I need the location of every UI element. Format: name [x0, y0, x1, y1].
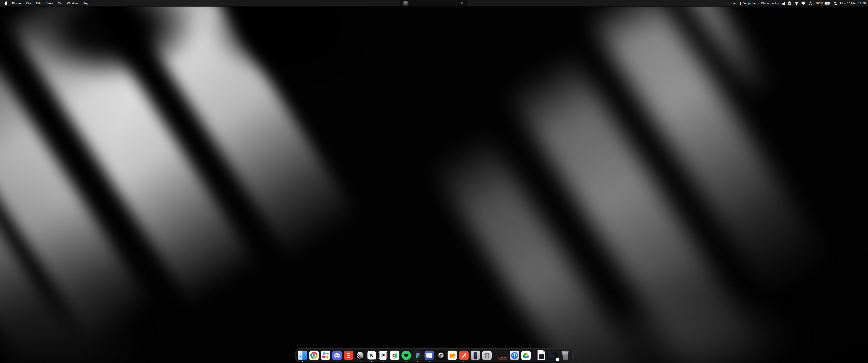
desktop-wallpaper [0, 0, 868, 363]
dock-figma[interactable] [413, 351, 423, 360]
running-indicator [313, 361, 314, 362]
drive-triangle-icon [521, 351, 531, 360]
finder-icon [298, 351, 307, 360]
todoist-icon [344, 351, 353, 360]
running-indicator [406, 361, 407, 362]
control-center-icon[interactable] [833, 2, 837, 5]
dock-screen-studio[interactable] [425, 351, 434, 360]
dock-discord[interactable] [332, 351, 342, 360]
notion-calendar-icon: 10 [378, 351, 388, 360]
granola-menubar-icon[interactable]: g [782, 2, 784, 5]
menubar-clock[interactable]: Mon 10 Mar 17:58 [840, 2, 866, 5]
grip-dots-icon[interactable] [461, 2, 464, 4]
wallpaper-vignette [0, 0, 868, 363]
dock-ivory[interactable] [447, 351, 457, 360]
dock-granola[interactable]: g [390, 351, 399, 360]
battery-status[interactable]: 100% [815, 2, 831, 5]
menu-go[interactable]: Go [56, 0, 64, 6]
dock-trash[interactable] [560, 350, 570, 360]
running-indicator [337, 361, 338, 362]
flying-figure-icon [459, 351, 469, 360]
granola-icon: g [390, 351, 399, 360]
stack-badge: 11 [556, 358, 559, 361]
dock: N 10 g [296, 348, 572, 362]
spotify-icon [401, 351, 411, 360]
document-icon [537, 350, 545, 360]
dock-slack[interactable] [321, 351, 330, 360]
running-indicator [463, 361, 464, 362]
mammoth-icon [447, 351, 457, 360]
dock-system-settings[interactable]: ⚙ [482, 351, 492, 360]
raycast-icon: ✦ raycast [498, 351, 508, 360]
running-indicator [383, 361, 383, 362]
dock-chrome[interactable] [309, 351, 319, 360]
trash-icon [561, 350, 569, 360]
menu-help[interactable]: Help [81, 0, 91, 6]
running-indicator [429, 361, 430, 362]
battery-charging-icon [825, 2, 831, 5]
slack-icon [321, 351, 330, 360]
cube-3d-icon [436, 351, 445, 360]
running-indicator [360, 361, 361, 362]
dock-notion-calendar[interactable]: 10 [378, 351, 388, 360]
dock-spotify[interactable] [401, 351, 411, 360]
menu-bar: Finder File Edit View Go Window Help •••… [0, 0, 868, 6]
dock-finder[interactable] [298, 351, 307, 360]
dock-notion[interactable]: N [367, 351, 376, 360]
iphone-icon [471, 351, 480, 360]
dock-linear[interactable] [355, 351, 365, 360]
figma-icon [413, 351, 423, 360]
linear-sphere-icon [355, 351, 365, 360]
menubar-center-widget [400, 0, 467, 6]
dock-1password[interactable] [510, 351, 519, 360]
1password-menubar-icon[interactable] [809, 1, 812, 5]
menu-window[interactable]: Window [65, 0, 80, 6]
menu-edit[interactable]: Edit [34, 0, 43, 6]
screenshot-thumbnail-icon: 11 [548, 352, 558, 360]
running-indicator [371, 361, 372, 362]
pick-shape-icon[interactable] [794, 1, 798, 5]
menu-file[interactable]: File [24, 0, 33, 6]
running-indicator [302, 361, 303, 362]
screen-windows-icon [425, 351, 434, 360]
event-color-bar [740, 2, 741, 5]
active-app-name[interactable]: Finder [10, 0, 24, 6]
running-indicator [417, 361, 418, 362]
dock-divider [495, 350, 495, 360]
dock-iphone-mirroring[interactable] [471, 351, 480, 360]
1password-keyhole-icon [510, 351, 519, 360]
battery-percent: 100% [815, 2, 823, 5]
hidden-items-ellipsis-icon[interactable]: ••• [732, 2, 737, 5]
starburst-icon[interactable] [787, 1, 792, 5]
notion-icon: N [367, 351, 376, 360]
dock-todoist[interactable] [344, 351, 353, 360]
dock-document-file[interactable] [537, 350, 546, 360]
apple-menu-icon[interactable] [4, 1, 9, 5]
discord-icon [332, 351, 342, 360]
dock-screenshot-stack[interactable]: 11 [548, 352, 558, 360]
gear-icon: ⚙ [482, 351, 492, 360]
dock-raycast[interactable]: ✦ raycast [498, 351, 508, 360]
chrome-icon [309, 351, 319, 360]
dock-google-drive[interactable] [521, 351, 531, 360]
dock-cube-app[interactable] [436, 351, 445, 360]
event-text: Dar jantar do Chico · in 2m [743, 2, 779, 5]
avatar[interactable] [403, 1, 408, 6]
display-mirroring-icon[interactable] [801, 1, 806, 5]
menu-view[interactable]: View [44, 0, 55, 6]
dock-orange-figure-app[interactable] [459, 351, 469, 360]
calendar-event-item[interactable]: Dar jantar do Chico · in 2m [740, 2, 779, 5]
